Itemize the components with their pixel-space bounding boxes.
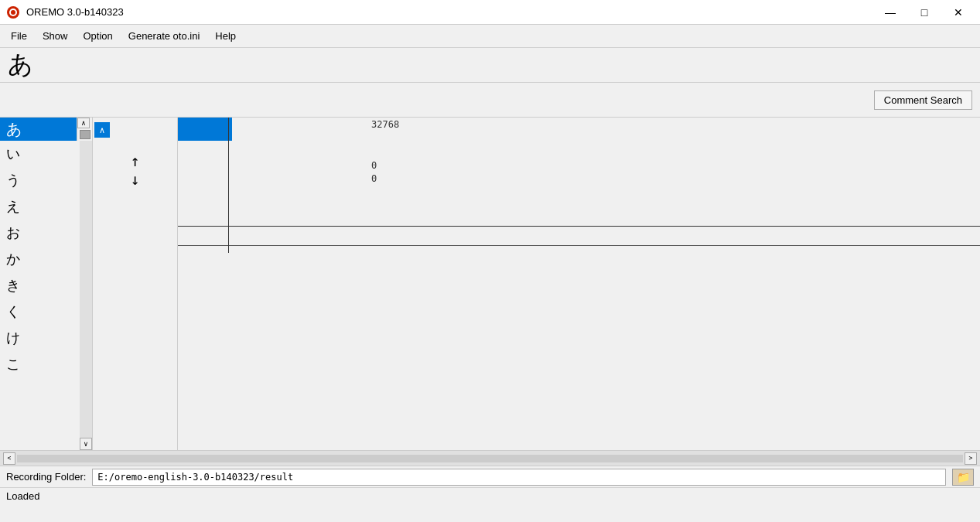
down-arrow-button[interactable]: ↓ xyxy=(130,172,139,187)
list-item[interactable]: き xyxy=(0,272,80,299)
horizontal-scroll-right[interactable]: > xyxy=(965,452,977,465)
title-text: OREMO 3.0-b140323 xyxy=(26,6,124,18)
waveform-zero-2: 0 xyxy=(371,173,980,184)
list-item[interactable]: え xyxy=(0,193,80,220)
close-button[interactable]: ✕ xyxy=(943,2,974,23)
window-controls: — □ ✕ xyxy=(875,2,974,23)
controls-panel: ∧ ↑ ↓ xyxy=(93,118,178,450)
comment-search-button[interactable]: Comment Search xyxy=(874,90,972,110)
list-scroll-thumb[interactable] xyxy=(80,130,90,139)
list-panel: あ ∧ い う え お か き く け こ ∨ xyxy=(0,118,93,450)
horizontal-scroll-left[interactable]: < xyxy=(3,452,15,465)
controls-top: ∧ xyxy=(94,119,176,141)
list-item[interactable]: こ xyxy=(0,351,80,377)
list-item[interactable]: う xyxy=(0,167,80,193)
selected-kana: あ xyxy=(6,119,22,140)
editor-panel[interactable]: 32768 0 0 xyxy=(178,118,980,450)
list-item[interactable]: か xyxy=(0,246,80,272)
list-items-column: い う え お か き く け こ xyxy=(0,141,80,450)
menu-help[interactable]: Help xyxy=(207,27,244,45)
status-line: Loaded xyxy=(0,487,980,504)
recording-folder-label: Recording Folder: xyxy=(6,471,86,483)
menu-bar: File Show Option Generate oto.ini Help xyxy=(0,25,980,48)
list-item[interactable]: お xyxy=(0,220,80,246)
waveform-zero-1: 0 xyxy=(371,160,980,171)
controls-expand-button[interactable]: ∧ xyxy=(94,122,110,138)
app-icon xyxy=(6,5,20,19)
list-header: あ ∧ xyxy=(0,118,92,141)
list-scrollbar: ∨ xyxy=(80,141,92,450)
menu-generate[interactable]: Generate oto.ini xyxy=(121,27,208,45)
menu-file[interactable]: File xyxy=(3,27,35,45)
waveform-line-2 xyxy=(178,245,980,246)
toolbar: Comment Search xyxy=(0,83,980,118)
list-item[interactable]: く xyxy=(0,299,80,325)
title-left: OREMO 3.0-b140323 xyxy=(6,5,124,19)
list-scroll-up-button[interactable]: ∧ xyxy=(77,118,90,128)
status-bar: Recording Folder: 📁 xyxy=(0,466,980,487)
current-kana: あ xyxy=(8,48,33,82)
bottom-scrollbar: < > xyxy=(0,450,980,466)
list-selected-item[interactable]: あ xyxy=(0,118,77,141)
kana-display: あ xyxy=(0,48,980,83)
maximize-button[interactable]: □ xyxy=(909,2,940,23)
up-arrow-button[interactable]: ↑ xyxy=(130,153,139,169)
waveform-bar xyxy=(178,118,232,141)
svg-point-2 xyxy=(11,10,15,15)
status-text: Loaded xyxy=(6,490,39,502)
list-item[interactable]: い xyxy=(0,141,80,167)
menu-show[interactable]: Show xyxy=(35,27,76,45)
arrows-column: ↑ ↓ xyxy=(94,141,176,187)
folder-icon: 📁 xyxy=(957,471,970,483)
waveform-number: 32768 xyxy=(371,119,972,130)
list-item[interactable]: け xyxy=(0,325,80,351)
waveform-cursor xyxy=(228,118,229,253)
folder-browse-button[interactable]: 📁 xyxy=(952,469,974,486)
main-content: あ ∧ い う え お か き く け こ ∨ xyxy=(0,118,980,450)
list-scroll-down-button[interactable]: ∨ xyxy=(80,438,92,450)
waveform-line-1 xyxy=(178,226,980,227)
minimize-button[interactable]: — xyxy=(875,2,906,23)
list-wrapper: い う え お か き く け こ ∨ xyxy=(0,141,92,450)
horizontal-scroll-track[interactable] xyxy=(17,455,963,462)
recording-folder-input[interactable] xyxy=(92,469,946,486)
title-bar: OREMO 3.0-b140323 — □ ✕ xyxy=(0,0,980,25)
menu-option[interactable]: Option xyxy=(75,27,120,45)
